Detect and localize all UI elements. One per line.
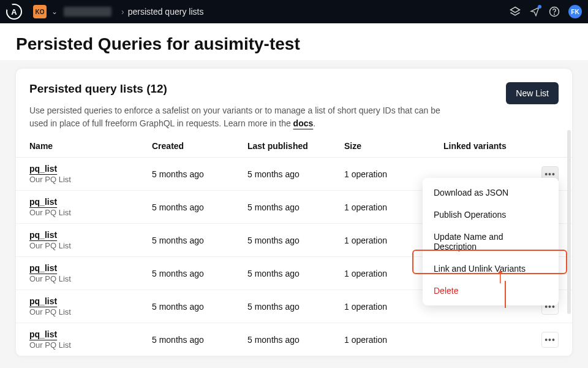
- topbar: A KO ⌄ › persisted query lists FK: [0, 0, 588, 23]
- dropdown-delete[interactable]: Delete: [423, 280, 559, 302]
- pql-name-link[interactable]: pq_list: [29, 230, 57, 240]
- cell-last-published: 5 months ago: [247, 169, 344, 179]
- pql-description: Our PQ List: [29, 175, 152, 184]
- table-header: Name Created Last published Size Linked …: [16, 141, 572, 158]
- cell-created: 5 months ago: [152, 335, 247, 345]
- cell-last-published: 5 months ago: [247, 335, 344, 345]
- org-switcher-chevron[interactable]: ⌄: [51, 7, 58, 16]
- cell-size: 1 operation: [344, 335, 443, 345]
- cell-created: 5 months ago: [152, 169, 247, 179]
- app-logo[interactable]: A: [6, 4, 22, 20]
- cell-name: pq_listOur PQ List: [29, 164, 152, 184]
- annotation-arrow-stem: [505, 281, 506, 308]
- card-title: Persisted query lists (12): [29, 82, 167, 96]
- cell-name: pq_listOur PQ List: [29, 296, 152, 316]
- graph-name-obscured[interactable]: [64, 7, 111, 17]
- cell-last-published: 5 months ago: [247, 202, 344, 212]
- pql-name-link[interactable]: pq_list: [29, 329, 57, 339]
- pql-description: Our PQ List: [29, 208, 152, 217]
- col-name: Name: [29, 141, 152, 151]
- breadcrumb-current[interactable]: persisted query lists: [128, 7, 204, 17]
- cell-created: 5 months ago: [152, 236, 247, 245]
- org-badge[interactable]: KO: [33, 5, 47, 18]
- cell-created: 5 months ago: [152, 202, 247, 212]
- pql-name-link[interactable]: pq_list: [29, 296, 57, 306]
- notifications-icon[interactable]: [529, 6, 540, 17]
- col-created: Created: [152, 141, 247, 151]
- cell-last-published: 5 months ago: [247, 302, 344, 312]
- avatar[interactable]: FK: [568, 5, 582, 18]
- pql-description: Our PQ List: [29, 307, 152, 316]
- sandbox-icon[interactable]: [510, 6, 521, 17]
- cell-last-published: 5 months ago: [247, 236, 344, 245]
- svg-point-1: [554, 14, 555, 15]
- col-size: Size: [344, 141, 443, 151]
- pql-description: Our PQ List: [29, 274, 152, 283]
- cell-created: 5 months ago: [152, 302, 247, 312]
- card-description: Use persisted queries to enforce a safel…: [16, 104, 469, 130]
- row-more-button[interactable]: •••: [541, 332, 559, 348]
- cell-name: pq_listOur PQ List: [29, 263, 152, 283]
- row-actions-dropdown: Download as JSON Publish Operations Upda…: [423, 178, 559, 305]
- cell-created: 5 months ago: [152, 269, 247, 278]
- pql-name-link[interactable]: pq_list: [29, 197, 57, 207]
- dropdown-link-variants[interactable]: Link and Unlink Variants: [423, 258, 559, 280]
- dropdown-publish-operations[interactable]: Publish Operations: [423, 204, 559, 226]
- cell-name: pq_listOur PQ List: [29, 329, 152, 350]
- page-title: Persisted Queries for ausimity-test: [0, 23, 588, 60]
- breadcrumb-separator: ›: [121, 7, 124, 17]
- pql-name-link[interactable]: pq_list: [29, 164, 57, 174]
- table-row: pq_listOur PQ List5 months ago5 months a…: [16, 323, 572, 356]
- pql-card: Persisted query lists (12) New List Use …: [16, 69, 572, 356]
- help-icon[interactable]: [549, 6, 560, 17]
- col-last-published: Last published: [247, 141, 344, 151]
- docs-link[interactable]: docs: [293, 118, 314, 128]
- col-linked-variants: Linked variants: [443, 141, 524, 151]
- dropdown-download-json[interactable]: Download as JSON: [423, 182, 559, 204]
- dropdown-update-name[interactable]: Update Name and Description: [423, 226, 559, 258]
- pql-description: Our PQ List: [29, 340, 152, 350]
- cell-name: pq_listOur PQ List: [29, 230, 152, 250]
- pql-name-link[interactable]: pq_list: [29, 263, 57, 273]
- cell-name: pq_listOur PQ List: [29, 197, 152, 217]
- pql-description: Our PQ List: [29, 241, 152, 250]
- new-list-button[interactable]: New List: [506, 82, 559, 104]
- cell-last-published: 5 months ago: [247, 269, 344, 278]
- scrollbar[interactable]: [567, 130, 571, 314]
